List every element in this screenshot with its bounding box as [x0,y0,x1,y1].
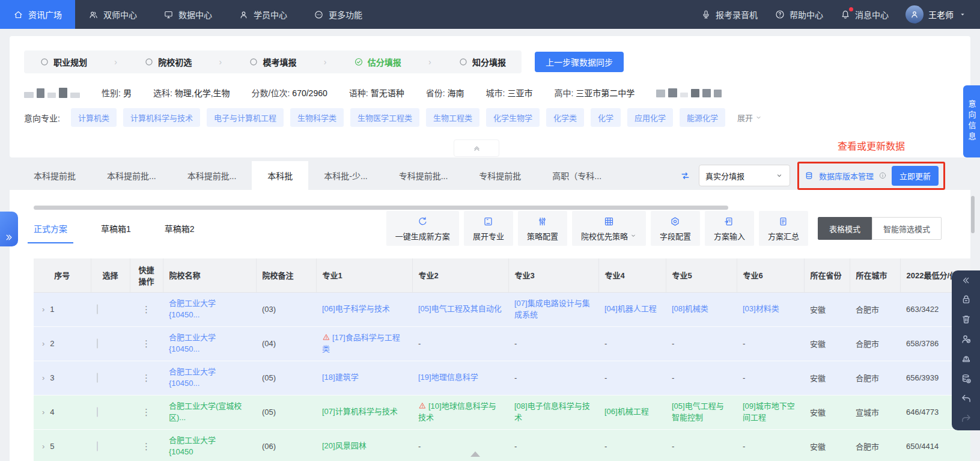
rail-trash-icon[interactable] [960,313,972,325]
rail-undo-icon[interactable] [960,392,972,405]
major-tag[interactable]: 化学生物学 [486,108,540,127]
school-link[interactable]: 合肥工业大学 {10450... [169,367,216,388]
nav-item-mic[interactable]: 报考录音机 [701,8,758,20]
tool-docsum-button[interactable]: 方案汇总 [759,211,808,246]
major-tag[interactable]: 计算机类 [71,108,117,127]
major-tag[interactable]: 应用化学 [627,108,673,127]
tool-hex-button[interactable]: 字段配置 [651,211,700,246]
row-checkbox[interactable] [97,338,98,349]
row-expand-icon[interactable]: › [42,373,44,382]
major-link[interactable]: [06]机械工程 [604,407,649,416]
major-link[interactable]: [19]地理信息科学 [418,373,478,382]
db-version-manage-link[interactable]: 数据库版本管理 [819,170,874,182]
tool-panel-button[interactable]: 展开专业 [464,211,513,246]
batch-tab-1[interactable]: 本科提前批 [18,161,91,190]
intent-info-tab[interactable]: 意向信息 [963,85,980,157]
school-link[interactable]: 合肥工业大学 {10450... [169,333,216,353]
major-link[interactable]: [06]电子科学与技术 [322,304,390,313]
batch-tab-5[interactable]: 本科批-少... [308,161,383,190]
nav-item-help[interactable]: 帮助中心 [775,8,823,20]
school-link[interactable]: 合肥工业大学 {10450... [169,299,216,319]
tool-refresh-button[interactable]: 一键生成新方案 [386,211,459,246]
scroll-indicator-icon[interactable] [470,451,480,457]
row-actions-icon[interactable]: ⋮ [142,441,151,451]
mode-smart-filter[interactable]: 智能筛选模式 [872,217,942,240]
major-tag[interactable]: 化学类 [546,108,584,127]
row-checkbox[interactable] [97,407,98,417]
step-item-3[interactable]: 模考填报 [249,56,296,68]
mode-table[interactable]: 表格模式 [818,217,872,240]
row-actions-icon[interactable]: ⋮ [142,373,151,383]
nav-item-more[interactable]: 更多功能 [300,0,376,29]
horizontal-scrollbar[interactable] [34,206,728,210]
row-expand-icon[interactable]: › [42,442,44,451]
major-link[interactable]: [09]城市地下空间工程 [743,401,795,422]
tool-sliders-button[interactable]: 策略配置 [518,211,567,246]
major-link[interactable]: [07]集成电路设计与集成系统 [514,299,590,319]
major-link[interactable]: [04]机器人工程 [604,304,657,313]
row-actions-icon[interactable]: ⋮ [142,338,151,349]
major-link[interactable]: [05]电气工程与智能控制 [672,401,724,422]
step-item-4[interactable]: 估分填报 [354,56,401,68]
rail-user-remove-icon[interactable] [960,333,972,345]
major-link[interactable]: [03]材料类 [743,304,779,313]
step-item-5[interactable]: 知分填报 [458,56,506,68]
update-now-button[interactable]: 立即更新 [892,166,939,186]
expand-majors-link[interactable]: 展开 [737,112,762,123]
row-expand-icon[interactable]: › [42,408,44,417]
major-link[interactable]: [08]机械类 [672,304,708,313]
school-link[interactable]: 合肥工业大学 {10450 [169,436,216,456]
major-tag[interactable]: 生物医学工程类 [350,108,419,127]
major-link[interactable]: [18]建筑学 [322,373,359,382]
step-item-2[interactable]: 院校初选 [144,56,192,68]
major-link[interactable]: [10]地球信息科学与技术 [418,401,496,422]
expand-sidebar-handle[interactable] [0,212,18,246]
major-tag[interactable]: 能源化学 [680,108,725,127]
rail-redo-icon[interactable] [960,412,972,424]
major-link[interactable]: [20]风景园林 [322,441,367,450]
row-expand-icon[interactable]: › [42,305,44,314]
row-actions-icon[interactable]: ⋮ [142,407,151,417]
rail-database-add-icon[interactable] [960,373,972,385]
plan-tab-2[interactable]: 草稿箱1 [101,222,131,234]
rail-lock-icon[interactable] [960,293,972,305]
batch-tab-8[interactable]: 高职（专科... [537,161,617,190]
nav-item-user[interactable]: 学员中心 [225,0,300,29]
batch-tab-7[interactable]: 专科提前批 [463,161,537,190]
major-link[interactable]: [05]电气工程及其自动化 [418,304,502,313]
nav-item-users[interactable]: 双师中心 [75,0,150,29]
switch-plan-icon[interactable] [679,169,692,182]
tool-docin-button[interactable]: 方案输入 [705,211,754,246]
rail-alarm-icon[interactable] [960,353,972,365]
step-item-1[interactable]: 职业规划 [40,56,87,68]
major-tag[interactable]: 电子与计算机工程 [207,108,284,127]
major-tag[interactable]: 生物科学类 [290,108,344,127]
batch-tab-2[interactable]: 本科提前批... [91,161,172,190]
major-tag[interactable]: 计算机科学与技术 [123,108,200,127]
major-tag[interactable]: 生物工程类 [426,108,479,127]
row-checkbox[interactable] [97,441,98,451]
batch-tab-4[interactable]: 本科批 [252,161,308,190]
nav-item-home[interactable]: 资讯广场 [0,0,75,29]
school-link[interactable]: 合肥工业大学(宣城校 区)... [169,401,242,422]
nav-item-monitor[interactable]: 数据中心 [150,0,225,29]
row-actions-icon[interactable]: ⋮ [142,304,151,314]
collapse-panel-button[interactable] [454,139,499,157]
vertical-scrollbar[interactable] [971,196,975,233]
user-menu[interactable]: 王老师 [905,5,967,23]
plan-tab-1[interactable]: 正式方案 [34,222,67,234]
major-link[interactable]: [07]计算机科学与技术 [322,407,398,416]
row-checkbox[interactable] [97,304,98,314]
batch-tab-3[interactable]: 本科提前批... [172,161,252,190]
rail-chevrons-left-icon[interactable] [961,275,971,285]
major-link[interactable]: [08]电子信息科学与技术 [514,401,590,422]
plan-tab-3[interactable]: 草稿箱2 [165,222,195,234]
nav-item-bell[interactable]: 消息中心 [840,8,889,20]
tool-grid-button[interactable]: 院校优先策略 [572,211,646,246]
sync-previous-step-button[interactable]: 上一步骤数据同步 [535,52,624,72]
row-checkbox[interactable] [97,373,98,383]
major-link[interactable]: [17]食品科学与工程类 [322,333,400,353]
batch-tab-6[interactable]: 专科提前批... [383,161,464,190]
major-tag[interactable]: 化学 [591,108,621,127]
row-expand-icon[interactable]: › [42,339,44,348]
